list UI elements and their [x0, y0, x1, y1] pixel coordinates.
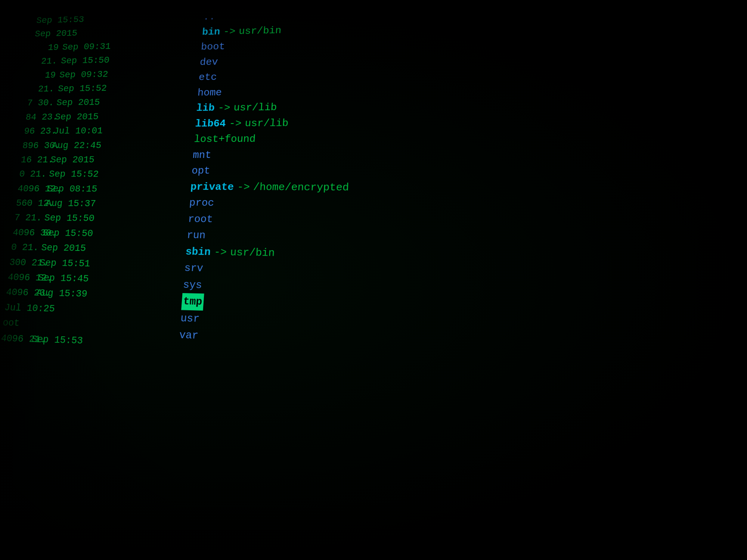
columns-container: Sep 15:53 Sep 2015 19 Sep 09:31 21. Sep … [0, 0, 747, 560]
ls-row: 0 21. Sep 2015 [10, 240, 173, 258]
right-column: .. bin -> usr/bin boot dev etc ho [149, 0, 747, 560]
dir-entry-lost-found: lost+found [193, 128, 747, 147]
dir-entry-opt: opt [191, 163, 747, 181]
ls-row: 560 12. Aug 15:37 [15, 196, 176, 212]
ls-row: 16 21. Sep 2015 [20, 152, 180, 167]
ls-row: 19 Sep 09:32 [30, 66, 186, 83]
ls-row: 0 21. Sep 15:52 [19, 167, 179, 182]
ls-row: 896 30. Aug 22:45 [22, 138, 181, 153]
ls-row: 4096 12. Sep 08:15 [17, 181, 177, 197]
ls-row: 84 23. Sep 2015 [25, 109, 183, 124]
ls-row: 4096 30. Sep 15:50 [12, 225, 174, 242]
ls-row: 7 30. Sep 2015 [27, 94, 184, 110]
ls-row: 21. Sep 15:52 [28, 80, 185, 96]
dir-entry-mnt: mnt [192, 146, 747, 163]
content-wrapper: Sep 15:53 Sep 2015 19 Sep 09:31 21. Sep … [0, 0, 747, 560]
ls-row: 96 23. Jul 10:01 [23, 123, 182, 139]
terminal-screen: Sep 15:53 Sep 2015 19 Sep 09:31 21. Sep … [0, 0, 747, 560]
ls-row: 7 21. Sep 15:50 [14, 211, 175, 227]
